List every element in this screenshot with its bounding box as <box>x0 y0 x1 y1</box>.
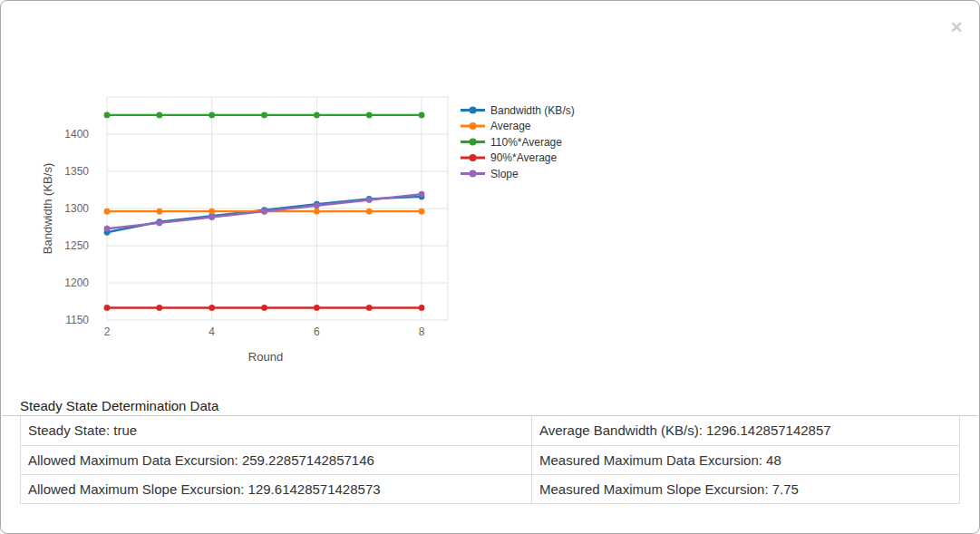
x-tick-label: 4 <box>209 325 215 338</box>
data-point <box>366 305 373 311</box>
table-row: Allowed Maximum Slope Excursion: 129.614… <box>21 474 960 503</box>
legend-item-90-average[interactable]: 90%*Average <box>461 151 557 164</box>
legend-dot-swatch <box>470 139 477 146</box>
data-point <box>156 305 162 311</box>
legend-label: 90%*Average <box>490 151 557 164</box>
legend-item-average[interactable]: Average <box>461 120 531 132</box>
data-point <box>314 209 320 215</box>
data-point <box>104 226 111 232</box>
y-tick-label: 1200 <box>64 277 89 289</box>
table-row: Steady State: true Average Bandwidth (KB… <box>21 416 960 445</box>
table-title: Steady State Determination Data <box>20 398 218 413</box>
x-tick-label: 2 <box>104 325 111 338</box>
close-icon[interactable]: ✕ <box>946 18 966 38</box>
data-point <box>209 112 215 118</box>
data-point <box>314 112 320 118</box>
steady-state-modal: ✕ 1150120012501300135014002468RoundBandw… <box>0 0 980 534</box>
chart-grid: 1150120012501300135014002468 <box>64 97 448 338</box>
data-point <box>366 112 373 118</box>
steady-state-table: Steady State: true Average Bandwidth (KB… <box>20 416 960 504</box>
data-point <box>209 214 215 220</box>
data-point <box>366 197 373 203</box>
average-bandwidth-cell: Average Bandwidth (KB/s): 1296.142857142… <box>532 416 960 445</box>
legend-dot-swatch <box>470 107 477 114</box>
data-point <box>104 209 111 215</box>
y-tick-label: 1350 <box>64 165 89 178</box>
data-point <box>419 305 425 311</box>
data-point <box>419 209 425 215</box>
measured-slope-excursion-cell: Measured Maximum Slope Excursion: 7.75 <box>532 474 960 503</box>
y-tick-label: 1150 <box>65 314 89 326</box>
data-point <box>104 305 111 311</box>
legend-label: 110%*Average <box>490 136 562 149</box>
chart-legend: Bandwidth (KB/s)Average110%*Average90%*A… <box>461 104 575 180</box>
data-point <box>419 112 425 118</box>
y-tick-label: 1250 <box>64 239 89 252</box>
data-point <box>104 112 111 118</box>
data-point <box>156 219 162 226</box>
data-point <box>366 209 373 215</box>
x-tick-label: 6 <box>314 325 320 338</box>
data-point <box>156 209 162 215</box>
legend-item-slope[interactable]: Slope <box>461 168 519 180</box>
data-point <box>261 305 267 311</box>
table-row: Allowed Maximum Data Excursion: 259.2285… <box>21 445 960 474</box>
data-point <box>209 209 215 215</box>
y-axis-title: Bandwidth (KB/s) <box>41 163 54 254</box>
series-90-average <box>104 305 425 311</box>
legend-dot-swatch <box>470 154 477 161</box>
legend-dot-swatch <box>470 122 477 130</box>
y-tick-label: 1300 <box>64 202 89 215</box>
legend-item-bandwidth-kb-s-[interactable]: Bandwidth (KB/s) <box>461 104 575 117</box>
data-point <box>156 112 162 118</box>
x-tick-label: 8 <box>419 325 425 338</box>
allowed-slope-excursion-cell: Allowed Maximum Slope Excursion: 129.614… <box>21 474 532 503</box>
allowed-data-excursion-cell: Allowed Maximum Data Excursion: 259.2285… <box>21 445 532 474</box>
steady-state-chart: 1150120012501300135014002468RoundBandwid… <box>1 1 617 377</box>
legend-label: Average <box>490 120 531 132</box>
legend-item-110-average[interactable]: 110%*Average <box>461 136 562 149</box>
data-point <box>314 305 320 311</box>
data-point <box>419 191 425 198</box>
data-point <box>209 305 215 311</box>
data-point <box>261 112 267 118</box>
legend-dot-swatch <box>470 170 477 178</box>
steady-state-cell: Steady State: true <box>21 416 532 445</box>
x-axis-title: Round <box>248 350 283 364</box>
legend-label: Bandwidth (KB/s) <box>490 104 575 117</box>
data-point <box>261 209 267 215</box>
legend-label: Slope <box>490 168 519 180</box>
chart-container: 1150120012501300135014002468RoundBandwid… <box>1 1 617 377</box>
y-tick-label: 1400 <box>64 128 89 141</box>
measured-data-excursion-cell: Measured Maximum Data Excursion: 48 <box>532 445 960 474</box>
series-110-average <box>104 112 425 118</box>
page-background: ✕ 1150120012501300135014002468RoundBandw… <box>0 0 980 534</box>
data-point <box>314 202 320 209</box>
